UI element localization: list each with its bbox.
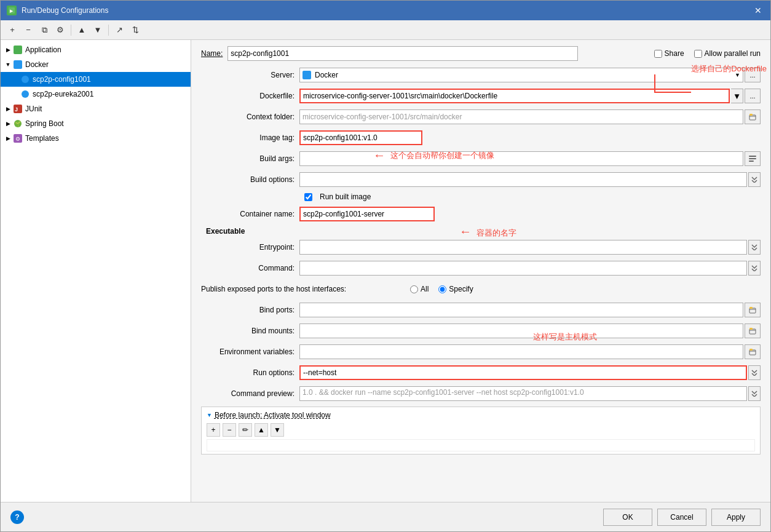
command-expand-button[interactable] bbox=[748, 261, 761, 276]
env-vars-row: Environment variables: 这样写是主机模式 bbox=[201, 344, 761, 360]
allow-parallel-checkbox-label[interactable]: Allow parallel run bbox=[694, 49, 761, 58]
env-vars-input[interactable] bbox=[299, 344, 743, 359]
tree-item-templates[interactable]: ▶ ⚙ Templates bbox=[1, 131, 191, 146]
command-row: Command: bbox=[201, 260, 761, 276]
tree-arrow-application: ▶ bbox=[3, 45, 13, 55]
svg-rect-10 bbox=[749, 156, 756, 157]
run-options-input[interactable] bbox=[299, 365, 747, 380]
move-to-folder-button[interactable]: ↗ bbox=[113, 23, 126, 37]
before-launch-add-button[interactable]: + bbox=[207, 423, 220, 437]
remove-config-button[interactable]: − bbox=[22, 23, 35, 37]
settings-button[interactable]: ⚙ bbox=[53, 23, 67, 37]
command-label: Command: bbox=[201, 264, 299, 272]
before-launch-down-button[interactable]: ▼ bbox=[271, 423, 284, 437]
env-vars-browse-button[interactable] bbox=[745, 344, 761, 359]
build-args-row: Build args: bbox=[201, 151, 761, 167]
run-built-image-label[interactable]: Run built image bbox=[304, 193, 371, 201]
junit-tree-icon: J bbox=[13, 104, 23, 114]
entrypoint-expand-button[interactable] bbox=[748, 240, 761, 255]
tree-item-spring-boot[interactable]: ▶ 🌱 Spring Boot bbox=[1, 116, 191, 131]
command-input[interactable] bbox=[299, 261, 747, 276]
tree-item-docker[interactable]: ▼ Docker bbox=[1, 57, 191, 72]
command-preview-expand-button[interactable] bbox=[748, 386, 761, 401]
build-args-browse-button[interactable] bbox=[745, 151, 761, 166]
server-dropdown[interactable]: Docker ▼ bbox=[299, 68, 743, 82]
tree-label-spring-boot: Spring Boot bbox=[25, 119, 64, 128]
radio-specify-option[interactable]: Specify bbox=[438, 285, 473, 293]
image-tag-input[interactable] bbox=[299, 130, 422, 145]
radio-all-option[interactable]: All bbox=[410, 285, 429, 293]
dockerfile-browse-button[interactable]: ... bbox=[745, 89, 761, 103]
before-launch-up-button[interactable]: ▲ bbox=[255, 423, 268, 437]
cancel-button[interactable]: Cancel bbox=[657, 509, 706, 526]
copy-config-button[interactable]: ⧉ bbox=[38, 23, 51, 37]
bind-mounts-row: Bind mounts: bbox=[201, 323, 761, 339]
share-label: Share bbox=[665, 49, 684, 58]
move-down-button[interactable]: ▼ bbox=[91, 23, 105, 37]
tree-item-junit[interactable]: ▶ J JUnit bbox=[1, 101, 191, 116]
dockerfile-label: Dockerfile: bbox=[201, 92, 299, 100]
server-control-wrapper: Docker ▼ ... bbox=[299, 68, 761, 82]
entrypoint-input[interactable] bbox=[299, 240, 747, 255]
svg-rect-8 bbox=[749, 115, 756, 120]
command-wrapper bbox=[299, 261, 761, 276]
container-name-input[interactable] bbox=[299, 207, 435, 221]
run-options-expand-button[interactable] bbox=[748, 365, 761, 380]
config-tree: ▶ Application ▼ Docker scp2p-config1001 … bbox=[1, 40, 191, 502]
command-preview-row: Command preview: 1.0 . && docker run --n… bbox=[201, 386, 761, 402]
bind-mounts-input[interactable] bbox=[299, 324, 743, 338]
allow-parallel-checkbox[interactable] bbox=[694, 50, 702, 58]
container-name-row: Container name: ← 容器的名字 bbox=[201, 206, 761, 222]
move-up-button[interactable]: ▲ bbox=[75, 23, 89, 37]
help-button[interactable]: ? bbox=[10, 510, 24, 524]
name-field-label: Name: bbox=[201, 49, 223, 58]
image-tag-label: Image tag: bbox=[201, 133, 299, 142]
before-launch-toolbar: + − ✏ ▲ ▼ bbox=[204, 421, 757, 439]
ok-button[interactable]: OK bbox=[603, 509, 652, 526]
build-options-expand-button[interactable] bbox=[748, 172, 761, 187]
build-args-input[interactable] bbox=[299, 151, 743, 166]
server-field-label: Server: bbox=[201, 71, 299, 79]
before-launch-remove-button[interactable]: − bbox=[223, 423, 236, 437]
run-options-row: Run options: bbox=[201, 365, 761, 381]
sort-button[interactable]: ⇅ bbox=[128, 23, 142, 37]
tree-item-config1001[interactable]: scp2p-config1001 bbox=[1, 72, 191, 87]
svg-rect-18 bbox=[749, 349, 753, 351]
server-row: Server: Docker ▼ ... bbox=[201, 67, 761, 83]
context-folder-label: Context folder: bbox=[201, 113, 299, 121]
build-options-input[interactable] bbox=[299, 172, 747, 187]
share-checkbox[interactable] bbox=[654, 50, 662, 58]
run-built-image-checkbox[interactable] bbox=[304, 193, 312, 201]
before-launch-edit-button[interactable]: ✏ bbox=[239, 423, 252, 437]
tree-label-docker: Docker bbox=[25, 60, 49, 69]
bind-mounts-browse-button[interactable] bbox=[745, 324, 761, 338]
context-folder-input[interactable] bbox=[299, 109, 743, 124]
bind-ports-browse-button[interactable] bbox=[745, 303, 761, 317]
dockerfile-input[interactable] bbox=[299, 89, 730, 103]
bind-mounts-wrapper bbox=[299, 324, 761, 338]
server-browse-button[interactable]: ... bbox=[745, 68, 761, 82]
tree-item-eureka2001[interactable]: scp2p-eureka2001 bbox=[1, 87, 191, 101]
tree-item-application[interactable]: ▶ Application bbox=[1, 42, 191, 57]
executable-section: Executable Entrypoint: Command: bbox=[201, 227, 761, 276]
context-folder-browse-button[interactable] bbox=[745, 109, 761, 124]
before-launch-list bbox=[207, 439, 755, 451]
share-checkbox-label[interactable]: Share bbox=[654, 49, 684, 58]
tree-arrow-junit: ▶ bbox=[3, 104, 13, 114]
before-launch-header[interactable]: ▼ Before launch: Activate tool window bbox=[204, 410, 757, 421]
config-form: Name: Share Allow parallel run Server: bbox=[191, 40, 770, 502]
bind-ports-input[interactable] bbox=[299, 303, 743, 317]
apply-button[interactable]: Apply bbox=[711, 509, 761, 526]
command-preview-wrapper: 1.0 . && docker run --name scp2p-config1… bbox=[299, 386, 761, 401]
toolbar-separator-2 bbox=[108, 25, 109, 36]
env-vars-label: Environment variables: bbox=[201, 347, 299, 356]
radio-all-input[interactable] bbox=[410, 285, 418, 293]
bind-ports-wrapper bbox=[299, 303, 761, 317]
name-input[interactable] bbox=[227, 46, 578, 61]
bind-ports-row: Bind ports: bbox=[201, 302, 761, 318]
add-config-button[interactable]: + bbox=[6, 23, 19, 37]
title-bar: ▶ Run/Debug Configurations ✕ bbox=[1, 1, 770, 20]
close-button[interactable]: ✕ bbox=[752, 4, 764, 17]
radio-specify-input[interactable] bbox=[438, 285, 446, 293]
dockerfile-dropdown-button[interactable]: ▼ bbox=[731, 89, 743, 103]
